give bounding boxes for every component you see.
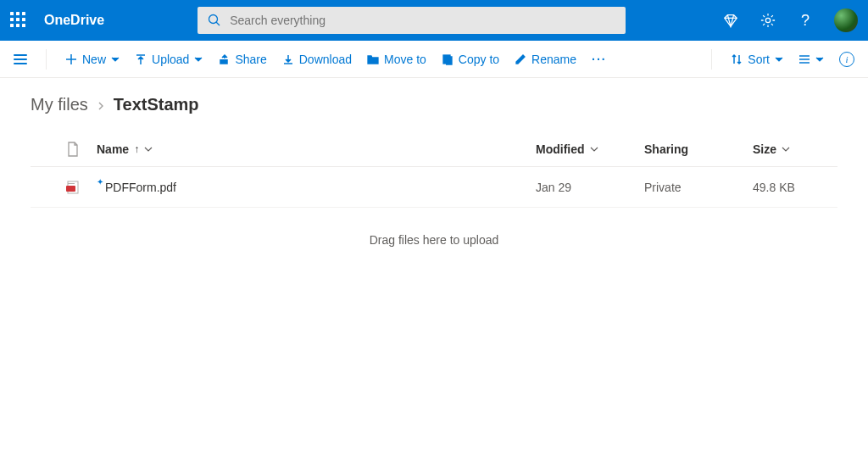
upload-button[interactable]: Upload (135, 53, 203, 66)
chevron-down-icon (144, 145, 153, 153)
file-sharing: Private (644, 181, 746, 194)
chevron-down-icon (590, 145, 598, 153)
share-label: Share (235, 53, 266, 66)
premium-icon[interactable] (722, 12, 739, 29)
breadcrumb: My files TextStamp (0, 78, 868, 131)
chevron-down-icon (775, 55, 783, 64)
help-icon[interactable]: ? (797, 12, 814, 29)
brand-label[interactable]: OneDrive (44, 13, 104, 28)
breadcrumb-root[interactable]: My files (31, 95, 88, 114)
rename-label: Rename (531, 53, 576, 66)
download-button[interactable]: Download (282, 53, 352, 66)
sort-button[interactable]: Sort (731, 53, 783, 66)
info-button[interactable]: i (839, 52, 854, 67)
share-button[interactable]: Share (218, 53, 266, 66)
drag-drop-hint: Drag files here to upload (0, 208, 868, 272)
moveto-button[interactable]: Move to (367, 53, 426, 66)
breadcrumb-current: TextStamp (114, 95, 199, 114)
sort-asc-icon: ↑ (134, 143, 139, 155)
command-bar: New Upload Share Download Move to Copy t… (0, 41, 868, 78)
copyto-label: Copy to (459, 53, 499, 66)
svg-line-1 (216, 22, 220, 25)
file-name-cell[interactable]: ✦ PDFForm.pdf (97, 181, 529, 194)
search-icon (208, 14, 221, 27)
chevron-down-icon (782, 145, 790, 153)
svg-point-2 (765, 18, 770, 22)
modified-column-label: Modified (536, 142, 585, 156)
content-area: My files TextStamp Name ↑ Modified Shari… (0, 78, 868, 468)
rename-button[interactable]: Rename (515, 53, 576, 66)
table-row[interactable]: ✦ PDFForm.pdf Jan 29 Private 49.8 KB (31, 167, 837, 208)
name-column-label: Name (97, 142, 129, 156)
chevron-down-icon (111, 55, 120, 64)
settings-icon[interactable] (760, 12, 776, 29)
upload-label: Upload (152, 53, 189, 66)
download-label: Download (299, 53, 352, 66)
modified-column-header[interactable]: Modified (536, 142, 637, 156)
file-table: Name ↑ Modified Sharing Size (0, 131, 868, 208)
divider (46, 49, 47, 70)
chevron-down-icon (815, 55, 824, 64)
breadcrumb-separator-icon (97, 95, 105, 114)
filetype-header-icon[interactable] (66, 142, 90, 157)
nav-toggle-icon[interactable] (14, 54, 27, 64)
name-column-header[interactable]: Name ↑ (97, 142, 529, 156)
sharing-column-label: Sharing (644, 142, 688, 156)
svg-rect-18 (66, 186, 75, 192)
search-input[interactable] (230, 14, 615, 27)
header-actions: ? (722, 8, 858, 32)
file-modified: Jan 29 (536, 181, 637, 194)
app-launcher-icon[interactable] (10, 12, 27, 29)
svg-rect-19 (68, 183, 75, 184)
copyto-button[interactable]: Copy to (442, 53, 499, 66)
new-button[interactable]: New (65, 53, 120, 66)
pdf-file-icon (66, 180, 90, 195)
size-column-label: Size (753, 142, 776, 156)
account-avatar[interactable] (834, 8, 858, 32)
table-header: Name ↑ Modified Sharing Size (31, 131, 837, 167)
search-box[interactable] (198, 7, 626, 34)
file-size: 49.8 KB (753, 181, 837, 194)
view-button[interactable] (798, 53, 824, 65)
new-label: New (82, 53, 106, 66)
divider (711, 49, 712, 70)
sharing-column-header[interactable]: Sharing (644, 142, 746, 156)
size-column-header[interactable]: Size (753, 142, 837, 156)
app-header: OneDrive ? (0, 0, 868, 41)
file-name: PDFForm.pdf (105, 181, 176, 194)
more-actions-button[interactable]: ··· (592, 53, 607, 66)
sort-label: Sort (748, 53, 770, 66)
chevron-down-icon (194, 55, 203, 64)
moveto-label: Move to (384, 53, 426, 66)
new-indicator-icon: ✦ (97, 177, 103, 187)
